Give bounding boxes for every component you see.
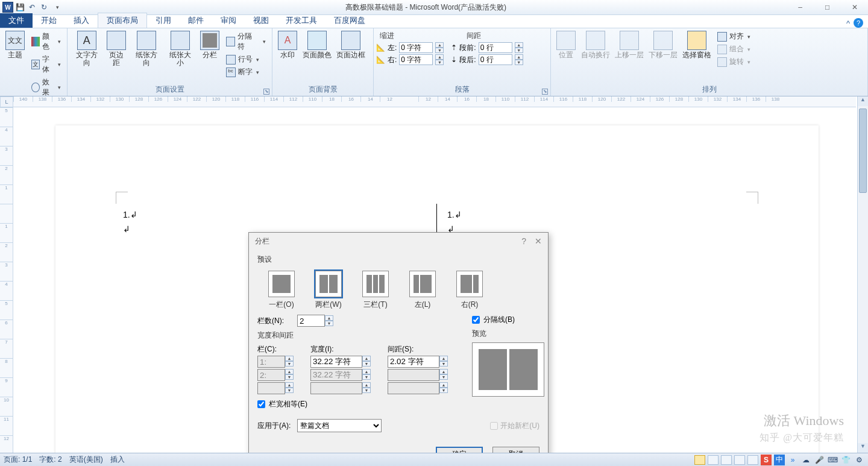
- view-print-layout[interactable]: [694, 455, 705, 465]
- tab-references[interactable]: 引用: [147, 13, 180, 28]
- orientation-button[interactable]: 纸张方向: [130, 30, 163, 68]
- preset-right[interactable]: 右(R): [456, 271, 483, 310]
- align-button[interactable]: 对齐▾: [715, 31, 753, 42]
- indent-left-field[interactable]: 📐左:▲▼: [376, 42, 444, 53]
- indent-right-field[interactable]: 📐右:▲▼: [376, 54, 444, 65]
- dialog-help-button[interactable]: ?: [521, 236, 526, 246]
- tray-keyboard-icon[interactable]: ⌨: [827, 455, 838, 465]
- view-draft[interactable]: [747, 455, 758, 465]
- preset-one[interactable]: 一栏(O): [268, 271, 295, 310]
- preset-three[interactable]: 三栏(T): [362, 271, 389, 310]
- tray-person-icon[interactable]: 👕: [840, 455, 851, 465]
- wrap-text-button[interactable]: 自动换行: [579, 30, 612, 60]
- apply-to-select[interactable]: 整篇文档: [297, 419, 382, 432]
- undo-icon[interactable]: ↶: [27, 2, 37, 13]
- save-icon[interactable]: 💾: [14, 2, 25, 13]
- theme-fonts-button[interactable]: 文字体▾: [29, 54, 63, 75]
- paragraph-launcher[interactable]: ⬊: [542, 89, 548, 95]
- scroll-thumb[interactable]: [859, 109, 867, 193]
- bring-forward-button[interactable]: 上移一层: [612, 30, 646, 60]
- breaks-button[interactable]: 分隔符▾: [224, 31, 268, 52]
- tray-mic-icon[interactable]: 🎤: [814, 455, 825, 465]
- maximize-button[interactable]: □: [814, 0, 841, 15]
- tab-review[interactable]: 审阅: [212, 13, 245, 28]
- help-icon[interactable]: ?: [854, 18, 863, 28]
- preset-left[interactable]: 左(L): [409, 271, 436, 310]
- tab-baidu[interactable]: 百度网盘: [326, 13, 374, 28]
- spacing-after-field[interactable]: ⇣段后:▲▼: [451, 54, 523, 65]
- qat-dropdown-icon[interactable]: ▾: [52, 2, 63, 13]
- view-web-layout[interactable]: [721, 455, 732, 465]
- num-columns-input[interactable]: ▲▼: [297, 315, 333, 327]
- ribbon-minimize-icon[interactable]: ^: [846, 19, 850, 28]
- start-new-column-checkbox: [490, 422, 498, 430]
- dialog-close-button[interactable]: ✕: [535, 236, 542, 246]
- vertical-scrollbar[interactable]: ▲ ▼: [857, 96, 868, 453]
- close-window-button[interactable]: ✕: [841, 0, 868, 15]
- tab-view[interactable]: 视图: [245, 13, 277, 28]
- tab-developer[interactable]: 开发工具: [277, 13, 326, 28]
- col-s-row1[interactable]: [388, 356, 439, 368]
- sogou-ime-icon[interactable]: S: [761, 455, 772, 465]
- view-full-screen[interactable]: [708, 455, 719, 465]
- group-label-page-bg: 页面背景: [272, 83, 373, 96]
- tab-page-layout[interactable]: 页面布局: [98, 13, 147, 28]
- tab-file[interactable]: 文件: [0, 13, 33, 28]
- col-n-row2: [257, 369, 285, 381]
- tab-insert[interactable]: 插入: [65, 13, 98, 28]
- apply-to-label: 应用于(A):: [257, 421, 294, 431]
- spacing-before-field[interactable]: ⇡段前:▲▼: [451, 42, 523, 53]
- view-outline[interactable]: [734, 455, 745, 465]
- status-words[interactable]: 字数: 2: [39, 455, 61, 465]
- vertical-ruler[interactable]: 543211234567891011121314151617: [0, 107, 13, 453]
- preset-two[interactable]: 两栏(W): [315, 271, 342, 310]
- theme-colors-button[interactable]: 颜色▾: [29, 31, 63, 52]
- tab-mailings[interactable]: 邮件: [180, 13, 212, 28]
- dialog-titlebar[interactable]: 分栏 ? ✕: [249, 233, 548, 250]
- zhihu-watermark: 知乎 @大可爱年糕: [760, 432, 844, 444]
- group-objects-button[interactable]: 组合▾: [715, 43, 753, 55]
- theme-effects-button[interactable]: 效果▾: [29, 77, 63, 98]
- send-backward-button[interactable]: 下移一层: [646, 30, 680, 60]
- tray-cloud-icon[interactable]: ☁: [800, 455, 811, 465]
- scroll-up-arrow[interactable]: ▲: [858, 96, 868, 106]
- page-color-button[interactable]: 页面颜色: [300, 30, 334, 60]
- columns-button[interactable]: 分栏: [197, 30, 222, 60]
- ruler-corner[interactable]: L: [0, 96, 13, 107]
- para-mark-1: ↲: [123, 224, 130, 235]
- tab-home[interactable]: 开始: [33, 13, 65, 28]
- rotate-button[interactable]: 旋转▾: [715, 56, 753, 68]
- width-header: 宽度(I):: [310, 344, 371, 354]
- status-page[interactable]: 页面: 1/1: [4, 455, 32, 465]
- page-borders-button[interactable]: 页面边框: [334, 30, 368, 60]
- col-w-row1[interactable]: [310, 356, 362, 368]
- redo-icon[interactable]: ↻: [39, 2, 49, 13]
- themes-button[interactable]: 文文 主题: [2, 30, 28, 60]
- document-title: 高数极限基础错题 - Microsoft Word(产品激活失败): [65, 2, 787, 13]
- width-spacing-heading: 宽度和间距: [257, 330, 448, 341]
- size-button[interactable]: 纸张大小: [163, 30, 197, 68]
- status-mode[interactable]: 插入: [110, 455, 125, 465]
- watermark-button[interactable]: A水印: [275, 30, 300, 60]
- doc-text-col1[interactable]: 1.↲: [123, 210, 137, 220]
- page-setup-launcher[interactable]: ⬊: [263, 89, 269, 95]
- scroll-down-arrow[interactable]: ▼: [858, 443, 868, 453]
- preview-heading: 预览: [472, 329, 544, 339]
- ime-cn-icon[interactable]: 中: [774, 455, 785, 465]
- selection-pane-button[interactable]: 选择窗格: [680, 30, 714, 60]
- hyphenation-button[interactable]: bc断字▾: [224, 66, 268, 78]
- doc-text-col2[interactable]: 1.↲: [447, 210, 462, 220]
- ime-more-icon[interactable]: »: [787, 455, 798, 465]
- status-language[interactable]: 英语(美国): [69, 455, 103, 465]
- presets-label: 预设: [257, 254, 539, 265]
- horizontal-ruler[interactable]: 1401381361341321301281261241221201181161…: [13, 96, 856, 107]
- minimize-button[interactable]: –: [787, 0, 814, 15]
- text-direction-button[interactable]: A文字方向: [70, 30, 104, 68]
- position-button[interactable]: 位置: [553, 30, 579, 60]
- line-numbers-button[interactable]: 行号▾: [224, 54, 268, 65]
- tray-settings-icon[interactable]: ⚙: [854, 455, 864, 465]
- equal-width-checkbox[interactable]: [257, 400, 265, 408]
- col-n-row3: [257, 382, 285, 394]
- margins-button[interactable]: 页边距: [104, 30, 130, 68]
- line-between-checkbox[interactable]: [472, 316, 480, 324]
